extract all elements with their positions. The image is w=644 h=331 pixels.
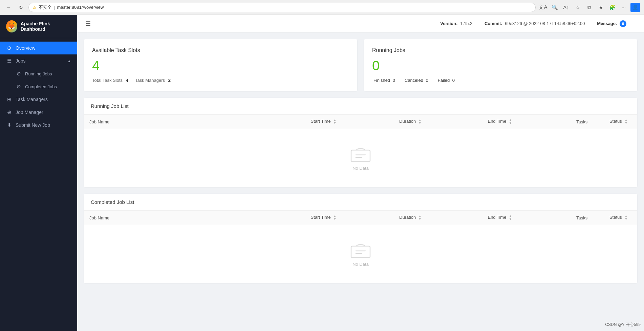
- sidebar-item-label-submit-new-job: Submit New Job: [16, 122, 50, 128]
- sidebar-item-running-jobs[interactable]: ⊙ Running Jobs: [0, 67, 77, 80]
- end-time-sort-icon: ▲▼: [509, 119, 512, 125]
- completed-col-duration[interactable]: Duration ▲▼: [394, 211, 482, 225]
- canceled-stat: Canceled 0: [403, 78, 428, 83]
- running-jobs-card-title: Running Jobs: [372, 47, 629, 53]
- menu-btn[interactable]: ···: [619, 3, 628, 12]
- collections-btn[interactable]: ★: [596, 3, 605, 12]
- comp-duration-sort-icon: ▲▼: [418, 215, 422, 221]
- jobs-icon: ☰: [6, 58, 12, 64]
- commit-label-text: Commit:: [485, 21, 502, 26]
- running-job-no-data-icon: [350, 145, 371, 162]
- finished-label: Finished: [373, 78, 390, 83]
- completed-job-no-data-icon: [350, 241, 371, 258]
- completed-job-table: Job Name Start Time ▲▼ Duration ▲▼: [84, 211, 637, 283]
- completed-col-start-time[interactable]: Start Time ▲▼: [305, 211, 394, 225]
- profile-btn[interactable]: 👤: [630, 3, 640, 12]
- address-text: 不安全: [39, 4, 52, 10]
- sidebar: 🦊 Apache Flink Dashboard ⊙ Overview ☰ Jo…: [0, 15, 77, 331]
- available-task-slots-card: Available Task Slots 4 Total Task Slots …: [84, 39, 357, 91]
- running-job-no-data-row: No Data: [84, 129, 637, 187]
- running-job-table-header: Job Name Start Time ▲▼ Duration ▲▼: [84, 115, 637, 129]
- total-task-slots-value: 4: [126, 78, 128, 83]
- completed-col-end-time[interactable]: End Time ▲▼: [482, 211, 571, 225]
- completed-job-no-data: No Data: [84, 225, 637, 283]
- running-jobs-card: Running Jobs 0 Finished 0 Canceled 0 Fai…: [364, 39, 637, 91]
- sidebar-item-job-manager[interactable]: ⊕ Job Manager: [0, 106, 77, 119]
- extensions-btn[interactable]: 🧩: [607, 3, 617, 12]
- sidebar-item-label-job-manager: Job Manager: [16, 110, 43, 115]
- overview-icon: ⊙: [6, 45, 12, 51]
- task-managers-meta: Task Managers 2: [135, 78, 171, 83]
- refresh-button[interactable]: ↻: [16, 3, 26, 12]
- message-section: Message: 0: [597, 21, 632, 26]
- running-col-duration[interactable]: Duration ▲▼: [394, 115, 482, 129]
- completed-job-list-title: Completed Job List: [84, 194, 637, 211]
- running-col-tasks: Tasks: [571, 115, 604, 129]
- app-wrapper: 🦊 Apache Flink Dashboard ⊙ Overview ☰ Jo…: [0, 15, 644, 331]
- sidebar-item-label-completed-jobs: Completed Jobs: [25, 84, 57, 89]
- sidebar-item-task-managers[interactable]: ⊞ Task Managers: [0, 93, 77, 106]
- back-button[interactable]: ←: [4, 3, 14, 12]
- running-job-no-data-text: No Data: [352, 166, 369, 171]
- comp-end-time-sort-icon: ▲▼: [509, 215, 512, 221]
- favorites-btn[interactable]: ☆: [573, 3, 582, 12]
- completed-col-job-name: Job Name: [84, 211, 305, 225]
- running-col-status[interactable]: Status ▲▼: [604, 115, 637, 129]
- sidebar-item-completed-jobs[interactable]: ⊙ Completed Jobs: [0, 80, 77, 93]
- running-col-job-name: Job Name: [84, 115, 305, 129]
- top-header: ☰ Version: 1.15.2 Commit: 69e8126 @ 2022…: [77, 15, 644, 32]
- completed-job-table-header-row: Job Name Start Time ▲▼ Duration ▲▼: [84, 211, 637, 225]
- sidebar-item-label-overview: Overview: [16, 45, 35, 51]
- sidebar-item-label-running-jobs: Running Jobs: [25, 71, 52, 76]
- completed-job-list-section: Completed Job List Job Name Start Time ▲…: [84, 194, 637, 283]
- comp-status-sort-icon: ▲▼: [624, 215, 627, 221]
- available-slots-card-title: Available Task Slots: [92, 47, 349, 53]
- summary-cards-row: Available Task Slots 4 Total Task Slots …: [84, 39, 637, 91]
- svg-rect-0: [351, 150, 370, 162]
- completed-job-table-body: No Data: [84, 225, 637, 283]
- running-jobs-stats: Finished 0 Canceled 0 Failed 0: [372, 78, 629, 83]
- menu-toggle-button[interactable]: ☰: [84, 19, 92, 29]
- message-badge: 0: [620, 20, 626, 27]
- canceled-label: Canceled: [405, 78, 423, 83]
- address-bar[interactable]: ⚠ 不安全 | master:8081/#/overview: [28, 3, 536, 12]
- completed-col-tasks: Tasks: [571, 211, 604, 225]
- jobs-expand-arrow: ▲: [67, 59, 71, 63]
- completed-job-no-data-row: No Data: [84, 225, 637, 283]
- read-btn[interactable]: A↑: [561, 3, 571, 12]
- sidebar-item-overview[interactable]: ⊙ Overview: [0, 42, 77, 54]
- commit-label: Commit: 69e8126 @ 2022-08-17T14:58:06+02…: [485, 21, 592, 26]
- header-version-info: Version: 1.15.2 Commit: 69e8126 @ 2022-0…: [440, 20, 637, 27]
- total-task-slots-label: Total Task Slots: [92, 78, 123, 83]
- sidebar-navigation: ⊙ Overview ☰ Jobs ▲ ⊙ Running Jobs ⊙ Com…: [0, 38, 77, 331]
- running-job-table-body: No Data: [84, 129, 637, 187]
- status-sort-icon: ▲▼: [624, 119, 627, 125]
- running-job-table: Job Name Start Time ▲▼ Duration ▲▼: [84, 115, 637, 187]
- sidebar-title: Apache Flink Dashboard: [21, 21, 71, 32]
- version-label: Version: 1.15.2: [440, 21, 479, 26]
- commit-value: 69e8126 @ 2022-08-17T14:58:06+02:00: [505, 21, 585, 26]
- version-label-text: Version:: [440, 21, 457, 26]
- available-slots-count: 4: [92, 59, 349, 72]
- sidebar-item-jobs[interactable]: ☰ Jobs ▲: [0, 54, 77, 67]
- browser-bar: ← ↻ ⚠ 不安全 | master:8081/#/overview 文A 🔍 …: [0, 0, 644, 15]
- message-label-text: Message:: [597, 21, 617, 26]
- running-job-no-data: No Data: [84, 129, 637, 187]
- search-btn[interactable]: 🔍: [550, 3, 559, 12]
- start-time-sort-icon: ▲▼: [333, 119, 336, 125]
- running-col-start-time[interactable]: Start Time ▲▼: [305, 115, 394, 129]
- translate-btn[interactable]: 文A: [538, 3, 548, 12]
- submit-job-icon: ⬇: [6, 122, 12, 128]
- comp-start-time-sort-icon: ▲▼: [333, 215, 336, 221]
- sidebar-item-submit-new-job[interactable]: ⬇ Submit New Job: [0, 119, 77, 132]
- address-separator: |: [54, 5, 55, 10]
- running-job-no-data-cell: No Data: [84, 129, 637, 187]
- available-slots-meta: Total Task Slots 4 Task Managers 2: [92, 78, 349, 83]
- main-content: Available Task Slots 4 Total Task Slots …: [77, 32, 644, 331]
- running-col-end-time[interactable]: End Time ▲▼: [482, 115, 571, 129]
- logo-icon: 🦊: [6, 20, 17, 32]
- completed-job-no-data-text: No Data: [352, 262, 369, 267]
- completed-col-status[interactable]: Status ▲▼: [604, 211, 637, 225]
- split-btn[interactable]: ⧉: [584, 3, 594, 12]
- version-value: 1.15.2: [460, 21, 472, 26]
